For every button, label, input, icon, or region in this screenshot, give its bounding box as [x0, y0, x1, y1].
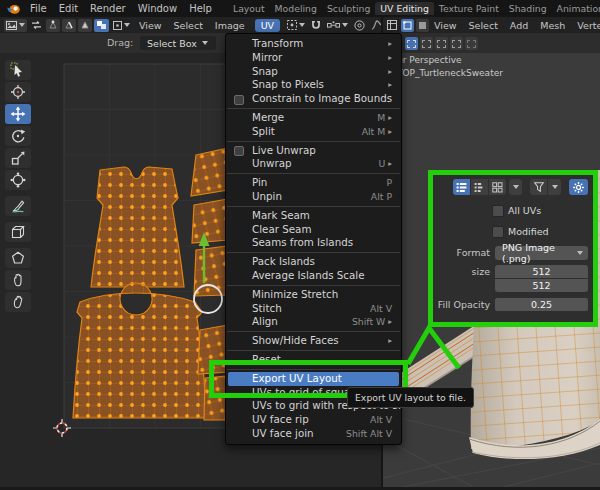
drag-mode-dropdown[interactable]: Select Box	[140, 36, 216, 50]
menu-item-uv-face-join[interactable]: UV face joinShift Alt V	[226, 427, 401, 441]
size-x-field[interactable]: 512	[495, 265, 588, 278]
display-mode-dropdown[interactable]	[509, 179, 522, 195]
select-invert-button[interactable]	[450, 37, 463, 50]
menu-item-split[interactable]: SplitAlt M▸	[226, 125, 401, 139]
uv-dropdown-menu: Transform▸Mirror▸Snap▸Snap to Pixels▸Con…	[225, 33, 402, 445]
lasso-tool-button[interactable]	[5, 248, 31, 268]
select-mode-vertex-button[interactable]	[46, 19, 60, 32]
menu-item-pin[interactable]: PinP	[226, 176, 401, 190]
modified-checkbox[interactable]	[492, 226, 504, 238]
proportional-editing-toggle[interactable]	[352, 19, 367, 32]
pinch-tool-button[interactable]	[5, 292, 31, 312]
display-vertical-list-button[interactable]	[453, 179, 470, 195]
menu-item-unwrap[interactable]: UnwrapU▸	[226, 157, 401, 171]
uv-island-front[interactable]	[91, 167, 184, 287]
filter-dropdown[interactable]	[548, 179, 561, 195]
select-intersect-button[interactable]	[465, 37, 478, 50]
rip-region-tool-button[interactable]	[5, 222, 31, 242]
menu-item-clear-seam[interactable]: Clear Seam	[226, 223, 401, 237]
editor-type-dropdown[interactable]	[4, 19, 27, 32]
tab-sculpting[interactable]: Sculpting	[322, 2, 375, 15]
annotate-tool-button[interactable]	[5, 196, 31, 216]
tab-layout[interactable]: Layout	[228, 2, 270, 15]
menu-item-align[interactable]: AlignShift W▸	[226, 315, 401, 329]
cursor-tool-button[interactable]	[5, 82, 31, 102]
size-y-field[interactable]: 512	[495, 279, 588, 292]
uv-header-view-menu[interactable]: View	[139, 20, 162, 31]
menu-item-snap[interactable]: Snap▸	[226, 65, 401, 79]
tab-uv-editing[interactable]: UV Editing	[375, 2, 434, 15]
format-dropdown[interactable]: PNG Image (.png)	[495, 246, 588, 260]
pivot-point-dropdown[interactable]	[285, 19, 307, 32]
viewport-mode-vertex-button[interactable]	[401, 19, 414, 32]
menu-item-average-islands-scale[interactable]: Average Islands Scale	[226, 269, 401, 283]
all-uvs-checkbox[interactable]	[492, 205, 504, 217]
display-detailed-list-button[interactable]	[471, 179, 488, 195]
menu-item-seams-from-islands[interactable]: Seams from Islands	[226, 236, 401, 250]
menu-item-transform[interactable]: Transform▸	[226, 37, 401, 51]
menu-item-shortcut: Shift W	[352, 315, 385, 329]
tab-texture-paint[interactable]: Texture Paint	[434, 2, 504, 15]
menu-item-minimize-stretch[interactable]: Minimize Stretch	[226, 288, 401, 302]
select-extend-button[interactable]	[420, 37, 433, 50]
menu-item-merge[interactable]: MergeM▸	[226, 111, 401, 125]
menu-item-pack-islands[interactable]: Pack Islands	[226, 255, 401, 269]
tweak-tool-button[interactable]	[5, 60, 31, 80]
viewport-editor-type-dropdown[interactable]	[385, 19, 399, 32]
menu-item-constrain-to-image-bounds[interactable]: Constrain to Image Bounds	[226, 92, 401, 106]
menu-edit[interactable]: Edit	[59, 3, 78, 14]
menu-item-reset[interactable]: Reset	[226, 353, 401, 367]
menu-item-label: Merge	[252, 111, 284, 125]
menu-help[interactable]: Help	[189, 3, 212, 14]
menu-render[interactable]: Render	[90, 3, 126, 14]
select-mode-face-button[interactable]	[78, 19, 92, 32]
snap-target-dropdown[interactable]	[325, 19, 350, 32]
snap-toggle[interactable]	[309, 19, 323, 32]
select-mode-island-button[interactable]	[94, 19, 109, 32]
menu-item-unpin[interactable]: UnpinAlt P	[226, 190, 401, 204]
display-thumbnails-button[interactable]	[489, 179, 506, 195]
menu-item-live-unwrap[interactable]: Live Unwrap	[226, 144, 401, 158]
menu-item-export-uv-layout[interactable]: Export UV Layout	[228, 372, 399, 386]
scale-tool-button[interactable]	[5, 148, 31, 168]
uv-sync-selection-toggle[interactable]	[29, 19, 44, 32]
settings-gear-button[interactable]	[569, 179, 588, 195]
sticky-selection-dropdown[interactable]	[111, 19, 132, 32]
menu-file[interactable]: File	[30, 3, 47, 14]
uv-header-uv-menu[interactable]: UV	[255, 19, 280, 32]
menu-item-stitch[interactable]: StitchAlt V	[226, 302, 401, 316]
menu-item-mirror[interactable]: Mirror▸	[226, 51, 401, 65]
vp-vertex-menu[interactable]: Vertex	[577, 20, 600, 31]
viewport-object-label: TOP_TurtleneckSweater	[397, 68, 503, 78]
select-mode-edge-button[interactable]	[62, 19, 76, 32]
uv-header-image-menu[interactable]: Image	[215, 20, 245, 31]
vp-view-menu[interactable]: View	[434, 20, 457, 31]
move-tool-button[interactable]	[5, 104, 31, 124]
uv-header-select-menu[interactable]: Select	[174, 20, 203, 31]
menu-item-show-hide-faces[interactable]: Show/Hide Faces▸	[226, 334, 401, 348]
vp-mesh-menu[interactable]: Mesh	[540, 20, 565, 31]
transform-tool-button[interactable]	[5, 170, 31, 190]
vertical-list-icon	[456, 182, 467, 193]
submenu-arrow-icon: ▸	[388, 37, 392, 51]
tab-shading[interactable]: Shading	[504, 2, 552, 15]
menu-window[interactable]: Window	[138, 3, 177, 14]
filter-button[interactable]	[530, 179, 547, 195]
tab-animation[interactable]: Animation	[552, 2, 600, 15]
menu-item-mark-seam[interactable]: Mark Seam	[226, 209, 401, 223]
select-new-button[interactable]	[405, 37, 418, 50]
select-subtract-button[interactable]	[435, 37, 448, 50]
vp-select-menu[interactable]: Select	[469, 20, 498, 31]
menu-item-uv-face-rip[interactable]: UV face ripAlt V	[226, 413, 401, 427]
tab-modeling[interactable]: Modeling	[270, 2, 322, 15]
viewport-mode-face-button[interactable]	[416, 19, 429, 32]
fill-opacity-field[interactable]: 0.25	[495, 298, 588, 311]
blender-logo-icon[interactable]	[6, 3, 21, 15]
select-box-icon	[407, 40, 416, 48]
face-mode-icon	[80, 20, 90, 30]
vp-add-menu[interactable]: Add	[510, 20, 528, 31]
grab-tool-button[interactable]	[5, 270, 31, 290]
fill-opacity-label: Fill Opacity	[433, 299, 490, 310]
menu-item-snap-to-pixels[interactable]: Snap to Pixels▸	[226, 78, 401, 92]
rotate-tool-button[interactable]	[5, 126, 31, 146]
